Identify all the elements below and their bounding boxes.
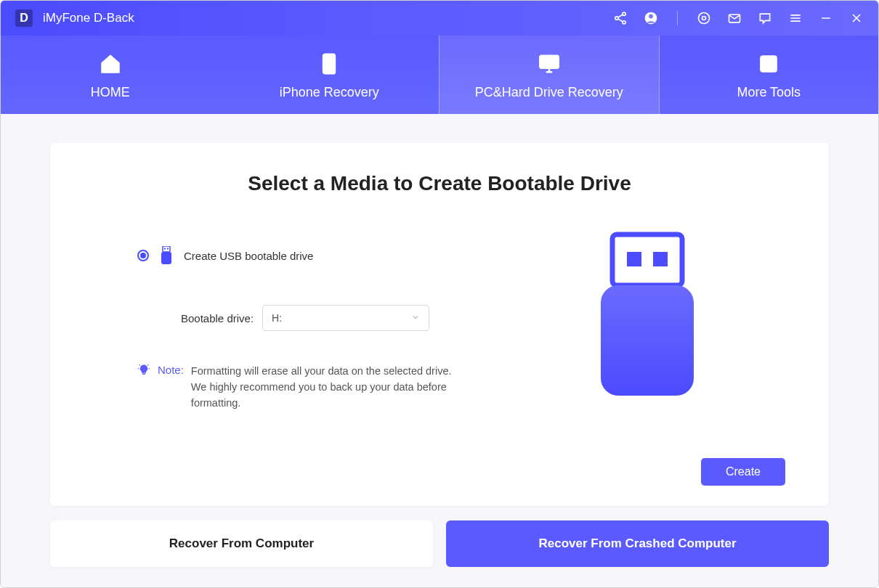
lightbulb-icon bbox=[137, 364, 150, 411]
svg-rect-37 bbox=[653, 252, 668, 266]
tab-home-label: HOME bbox=[91, 85, 130, 100]
svg-line-33 bbox=[139, 364, 140, 365]
note-text: Formatting will erase all your data on t… bbox=[191, 364, 453, 411]
tab-more-tools[interactable]: More Tools bbox=[660, 36, 879, 114]
svg-rect-36 bbox=[627, 252, 641, 266]
bootable-drive-select[interactable]: H: bbox=[262, 305, 429, 331]
dropdown-label: Bootable drive: bbox=[181, 312, 254, 324]
tab-pc-label: PC&Hard Drive Recovery bbox=[475, 85, 623, 100]
tab-recover-from-crashed-label: Recover From Crashed Computer bbox=[538, 536, 736, 551]
svg-point-24 bbox=[768, 62, 770, 65]
share-icon[interactable] bbox=[613, 11, 628, 25]
tab-iphone-recovery[interactable]: iPhone Recovery bbox=[220, 36, 440, 114]
radio-usb-option[interactable]: Create USB bootable drive bbox=[137, 246, 487, 265]
svg-rect-38 bbox=[601, 285, 694, 396]
app-title: iMyFone D-Back bbox=[43, 11, 134, 25]
svg-point-7 bbox=[699, 13, 710, 24]
tab-home[interactable]: HOME bbox=[1, 36, 220, 114]
feedback-icon[interactable] bbox=[758, 11, 772, 25]
monitor-key-icon bbox=[535, 50, 563, 78]
chevron-down-icon bbox=[411, 312, 420, 324]
note-label: Note: bbox=[158, 364, 184, 411]
tab-recover-from-computer[interactable]: Recover From Computer bbox=[50, 520, 433, 567]
radio-usb-label: Create USB bootable drive bbox=[184, 250, 313, 262]
svg-line-4 bbox=[618, 19, 623, 22]
more-icon bbox=[755, 50, 782, 78]
separator bbox=[677, 11, 678, 25]
titlebar: D iMyFone D-Back bbox=[1, 1, 878, 36]
svg-line-3 bbox=[618, 15, 623, 17]
tab-recover-from-computer-label: Recover From Computer bbox=[169, 536, 314, 551]
illustration-column bbox=[509, 232, 785, 458]
navbar: HOME iPhone Recovery PC&Hard Drive Recov… bbox=[1, 36, 878, 114]
options-column: Create USB bootable drive Bootable drive… bbox=[94, 232, 487, 458]
bottom-tabs: Recover From Computer Recover From Crash… bbox=[50, 520, 829, 567]
main-card: Select a Media to Create Bootable Drive … bbox=[50, 143, 829, 506]
tab-recover-from-crashed-computer[interactable]: Recover From Crashed Computer bbox=[446, 520, 829, 567]
svg-point-25 bbox=[771, 62, 773, 65]
svg-point-23 bbox=[764, 62, 766, 65]
mail-icon[interactable] bbox=[727, 11, 742, 25]
tab-more-label: More Tools bbox=[737, 85, 801, 100]
svg-rect-28 bbox=[167, 248, 169, 250]
menu-icon[interactable] bbox=[788, 11, 803, 25]
dropdown-row: Bootable drive: H: bbox=[181, 305, 487, 331]
svg-rect-29 bbox=[161, 252, 171, 264]
svg-rect-26 bbox=[163, 246, 170, 252]
svg-rect-35 bbox=[612, 234, 682, 285]
minimize-icon[interactable] bbox=[819, 11, 833, 25]
close-icon[interactable] bbox=[849, 11, 864, 25]
svg-rect-27 bbox=[164, 248, 166, 250]
titlebar-icons bbox=[613, 11, 864, 25]
tab-pc-hard-drive-recovery[interactable]: PC&Hard Drive Recovery bbox=[439, 36, 660, 114]
home-icon bbox=[97, 50, 124, 78]
svg-point-8 bbox=[702, 17, 706, 20]
phone-refresh-icon bbox=[315, 50, 343, 78]
note-row: Note: Formatting will erase all your dat… bbox=[137, 364, 487, 411]
tab-iphone-label: iPhone Recovery bbox=[280, 85, 379, 100]
account-icon[interactable] bbox=[644, 11, 658, 25]
usb-mini-icon bbox=[161, 246, 172, 265]
radio-selected-icon bbox=[137, 250, 149, 261]
dropdown-value: H: bbox=[272, 312, 282, 324]
svg-line-34 bbox=[147, 364, 148, 365]
settings-icon[interactable] bbox=[697, 11, 711, 25]
svg-rect-30 bbox=[142, 374, 146, 375]
create-button[interactable]: Create bbox=[701, 458, 785, 486]
svg-point-6 bbox=[649, 15, 653, 19]
svg-point-20 bbox=[548, 60, 551, 63]
page-heading: Select a Media to Create Bootable Drive bbox=[94, 172, 785, 195]
content-area: Select a Media to Create Bootable Drive … bbox=[1, 114, 878, 588]
usb-drive-illustration bbox=[596, 232, 698, 401]
app-logo: D bbox=[15, 9, 33, 27]
